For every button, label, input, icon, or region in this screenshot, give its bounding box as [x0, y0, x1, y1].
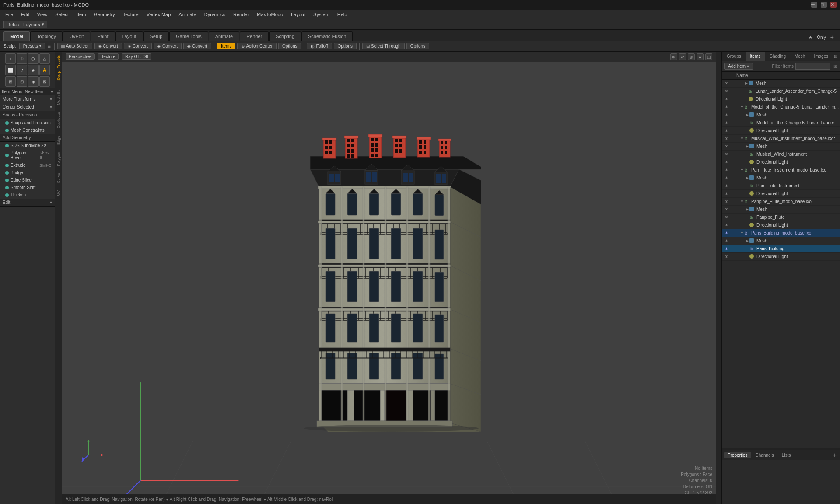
list-item[interactable]: 👁 ▶ Mesh — [722, 237, 840, 245]
list-item[interactable]: 👁 ▶ Mesh — [722, 206, 840, 214]
eye-icon[interactable]: 👁 — [723, 200, 729, 204]
list-item[interactable]: 👁 ▼ 🗎 Panpipe_Flute_modo_base.lxo — [722, 198, 840, 206]
eye-icon[interactable]: 👁 — [723, 184, 729, 188]
tool-tri[interactable]: △ — [39, 53, 50, 64]
tool-grid1[interactable]: ⊞ — [5, 76, 16, 87]
filter-items-input[interactable] — [795, 63, 830, 70]
close-button[interactable]: ✕ — [830, 2, 836, 8]
list-item[interactable]: 👁 ▶ Mesh — [722, 143, 840, 150]
eye-icon[interactable]: 👁 — [723, 89, 729, 94]
eye-icon[interactable]: 👁 — [723, 255, 729, 259]
menu-help[interactable]: Help — [334, 11, 351, 18]
list-item[interactable]: 👁 ▼ 🗎 Pan_Flute_Instrument_modo_base.lxo — [722, 166, 840, 174]
tool-rotate[interactable]: ↺ — [17, 65, 27, 75]
list-item[interactable]: 👁 🗎 Pan_Flute_Instrument — [722, 182, 840, 190]
more-transforms[interactable]: More Transforms ▾ — [0, 95, 55, 103]
tool-cross[interactable]: ⊕ — [17, 53, 27, 64]
polygon-label[interactable]: Polygon — [56, 148, 61, 170]
list-item[interactable]: 👁 Directional Light — [722, 127, 840, 135]
eye-icon[interactable]: 👁 — [723, 113, 729, 117]
bridge-item[interactable]: Bridge — [0, 169, 55, 176]
right-tab-mesh[interactable]: Mesh — [790, 52, 809, 61]
falloff-button[interactable]: ◐ Falloff — [307, 43, 332, 49]
right-tab-groups[interactable]: Groups — [722, 52, 746, 61]
eye-icon[interactable]: 👁 — [723, 97, 729, 102]
mesh-edit-label[interactable]: Mesh Edit — [56, 84, 61, 108]
ray-gl-label[interactable]: Ray GL: Off — [122, 53, 151, 60]
rt-expand-icon[interactable]: ⊞ — [833, 53, 839, 60]
convert-button-1[interactable]: ◈ Convert — [94, 43, 122, 49]
menu-edit[interactable]: Edit — [18, 11, 33, 18]
list-item[interactable]: 👁 Directional Light — [722, 253, 840, 261]
tab-game-tools[interactable]: Game Tools — [169, 32, 208, 41]
menu-system[interactable]: System — [310, 11, 333, 18]
expand-icon[interactable]: ▼ — [740, 136, 744, 140]
convert-button-3[interactable]: ◈ Convert — [154, 43, 182, 49]
items-button[interactable]: Items — [217, 43, 235, 49]
menu-select[interactable]: Select — [52, 11, 72, 18]
sculpt-presets-label[interactable]: Sculpt Presets — [56, 52, 61, 84]
right-tab-items[interactable]: Items — [746, 52, 765, 61]
tab-schematic-fusion[interactable]: Schematic Fusion — [301, 32, 353, 41]
expand-icon[interactable]: ▼ — [740, 200, 744, 203]
presets-button[interactable]: Presets ▾ — [19, 43, 45, 49]
eye-icon[interactable]: 👁 — [723, 168, 729, 172]
expand-icon[interactable]: ▶ — [745, 144, 749, 148]
list-item[interactable]: 👁 ▼ 🗎 Musical_Wind_Instrument_modo_base.… — [722, 135, 840, 143]
tool-hex2[interactable]: ◈ — [28, 65, 38, 75]
eye-icon[interactable]: 👁 — [723, 192, 729, 196]
eye-icon[interactable]: 👁 — [723, 176, 729, 180]
expand-icon[interactable]: ▶ — [745, 207, 749, 211]
list-item[interactable]: 👁 🗎 Musical_Wind_Instrument — [722, 150, 840, 158]
options-button-2[interactable]: Options — [334, 43, 357, 49]
curve-label[interactable]: Curve — [56, 169, 61, 187]
right-tab-shading[interactable]: Shading — [765, 52, 790, 61]
list-item[interactable]: 👁 ▼ 🗎 Paris_Building_modo_base.lxo — [722, 229, 840, 237]
list-item[interactable]: 👁 🗎 Model_of_the_Change-5_Lunar_Lander — [722, 119, 840, 127]
tab-scripting[interactable]: Scripting — [269, 32, 301, 41]
snaps-precision-header[interactable]: Snaps - Precision — [0, 111, 55, 119]
tool-x[interactable]: ⊠ — [39, 76, 50, 87]
list-item[interactable]: 👁 Directional Light — [722, 158, 840, 166]
expand-icon[interactable]: ▶ — [745, 239, 749, 243]
mesh-constraints-item[interactable]: Mesh Constraints — [0, 126, 55, 134]
eye-icon[interactable]: 👁 — [723, 105, 729, 109]
add-geometry-header[interactable]: Add Geometry — [0, 134, 55, 142]
menu-file[interactable]: File — [2, 11, 17, 18]
layout-dropdown[interactable]: Default Layouts ▾ — [4, 21, 47, 28]
polygon-bevel-item[interactable]: Polygon Bevel Shift-B — [0, 149, 55, 161]
prop-tab-lists[interactable]: Lists — [778, 452, 794, 458]
eye-icon[interactable]: 👁 — [723, 144, 729, 149]
vp-icon-5[interactable]: ◫ — [705, 53, 712, 60]
eye-icon[interactable]: 👁 — [723, 247, 729, 251]
tool-sq[interactable]: ⬜ — [5, 65, 16, 75]
tool-dia[interactable]: ◈ — [28, 76, 38, 87]
expand-icon[interactable]: ▶ — [745, 113, 749, 117]
menu-animate[interactable]: Animate — [175, 11, 200, 18]
eye-icon[interactable]: 👁 — [723, 136, 729, 141]
vp-icon-3[interactable]: ◎ — [688, 53, 695, 60]
expand-icon[interactable]: ▼ — [740, 231, 744, 235]
eye-icon[interactable]: 👁 — [723, 121, 729, 125]
menu-dynamics[interactable]: Dynamics — [201, 11, 229, 18]
list-item[interactable]: 👁 Directional Light — [722, 221, 840, 229]
auto-select-button[interactable]: Auto Select — [57, 43, 92, 49]
options-button-1[interactable]: Options — [278, 43, 301, 49]
add-item-button[interactable]: Add Item ▾ — [724, 63, 753, 70]
tab-setup[interactable]: Setup — [144, 32, 169, 41]
uv-label[interactable]: UV — [56, 187, 61, 200]
tab-model[interactable]: Model — [4, 32, 30, 41]
list-item[interactable]: 👁 ▼ 🗎 Model_of_the_Change-5_Lunar_Lander… — [722, 103, 840, 111]
right-tab-images[interactable]: Images — [809, 52, 833, 61]
eye-icon[interactable]: 👁 — [723, 231, 729, 235]
texture-label[interactable]: Texture — [98, 53, 119, 60]
tab-uvedit[interactable]: UvEdit — [63, 32, 90, 41]
minimize-button[interactable]: ─ — [811, 2, 817, 8]
list-item[interactable]: 👁 Directional Light — [722, 190, 840, 198]
menu-layout[interactable]: Layout — [287, 11, 309, 18]
tab-topology[interactable]: Topology — [30, 32, 63, 41]
tool-letter-a[interactable]: A — [39, 65, 50, 75]
select-through-button[interactable]: ⊞ Select Through — [362, 43, 405, 49]
action-center-button[interactable]: ⊕ Action Center — [237, 43, 276, 49]
expand-icon[interactable]: ▶ — [745, 176, 749, 180]
